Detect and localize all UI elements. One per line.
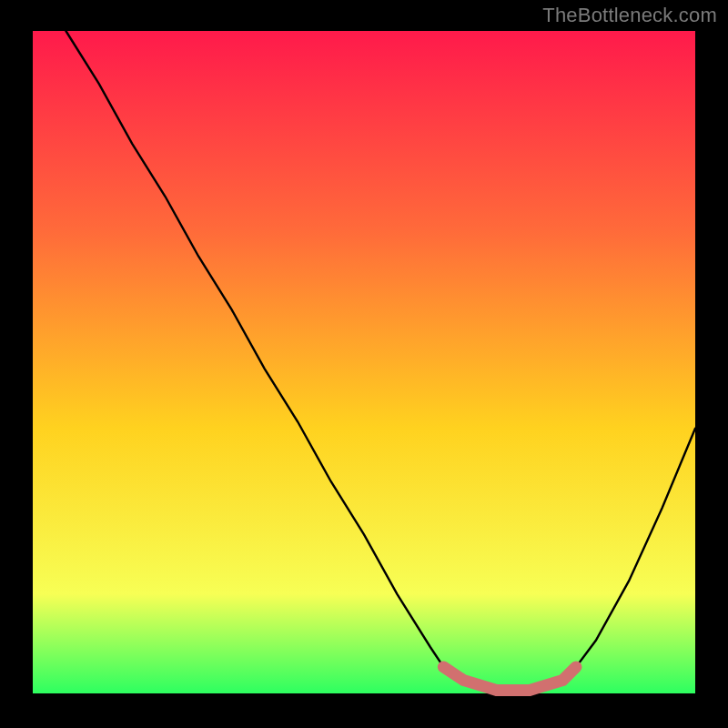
plot-background bbox=[33, 31, 695, 693]
attribution-label: TheBottleneck.com bbox=[542, 4, 717, 27]
bottleneck-chart bbox=[0, 0, 728, 728]
chart-container: TheBottleneck.com bbox=[0, 0, 728, 728]
